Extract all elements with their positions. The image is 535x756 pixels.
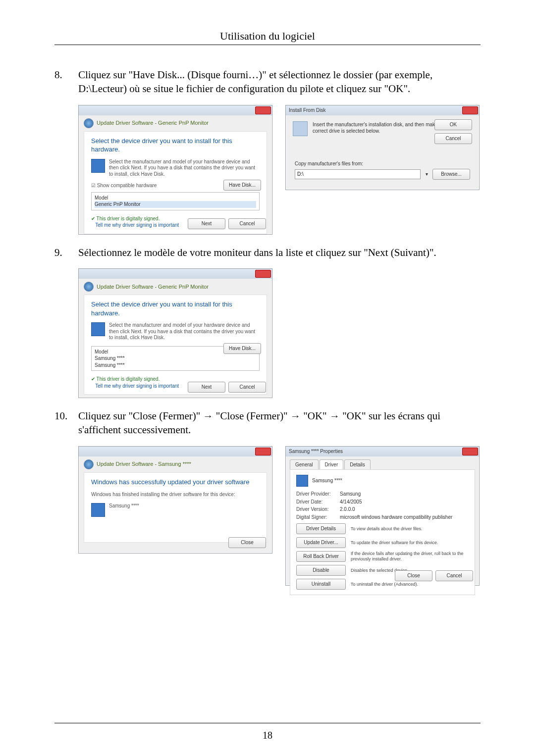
info-value: 2.0.0.0: [340, 506, 355, 513]
floppy-icon: [293, 121, 308, 136]
update-driver-dialog-2: Update Driver Software - Generic PnP Mon…: [78, 268, 272, 398]
header-rule: [54, 45, 481, 45]
tab-strip: General Driver Details: [286, 456, 479, 470]
action-button[interactable]: Disable: [296, 565, 346, 576]
dialog-title: Select the device driver you want to ins…: [91, 137, 260, 154]
action-button[interactable]: Update Driver...: [296, 537, 346, 548]
browse-button[interactable]: Browse...: [432, 169, 470, 180]
action-row: Roll Back DriverIf the device fails afte…: [296, 551, 469, 562]
step-9: 9. Sélectionnez le modèle de votre monit…: [54, 246, 481, 398]
step-8: 8. Cliquez sur "Have Disk... (Disque fou…: [54, 68, 481, 235]
dialog-title: Select the device driver you want to ins…: [91, 300, 260, 317]
action-button[interactable]: Roll Back Driver: [296, 551, 346, 562]
tab-details[interactable]: Details: [344, 459, 371, 470]
close-button[interactable]: Close: [228, 537, 266, 548]
info-row: Digital Signer:microsoft windows hardwar…: [296, 514, 469, 521]
action-desc: To uninstall the driver (Advanced).: [351, 582, 469, 587]
breadcrumb: Update Driver Software - Samsung ****: [79, 456, 272, 472]
crumb-text: Update Driver Software - Samsung ****: [97, 460, 191, 468]
model-item[interactable]: Generic PnP Monitor: [95, 201, 256, 208]
device-icon: [91, 503, 105, 517]
info-value: microsoft windows hardware compatibility…: [340, 514, 452, 521]
titlebar: Install From Disk: [286, 105, 479, 115]
tab-general[interactable]: General: [290, 459, 319, 470]
action-button[interactable]: Driver Details: [296, 523, 346, 534]
crumb-text: Update Driver Software - Generic PnP Mon…: [97, 283, 209, 291]
step-text: Cliquez sur "Have Disk... (Disque fourni…: [78, 68, 481, 96]
info-value: 4/14/2005: [340, 499, 362, 505]
titlebar: Samsung **** Properties: [286, 447, 479, 456]
step-number: 10.: [54, 409, 78, 586]
cancel-button[interactable]: Cancel: [435, 570, 473, 581]
page-number: 18: [0, 730, 535, 741]
cancel-button[interactable]: Cancel: [228, 382, 266, 393]
model-item[interactable]: Samsung ****: [95, 355, 256, 362]
info-key: Driver Provider:: [296, 491, 340, 498]
driver-updated-dialog: Update Driver Software - Samsung **** Wi…: [78, 446, 272, 554]
action-button[interactable]: Uninstall: [296, 579, 346, 590]
dialog-title: Windows has successfully updated your dr…: [91, 478, 260, 487]
device-properties-dialog: Samsung **** Properties General Driver D…: [285, 446, 480, 586]
back-icon[interactable]: [84, 118, 94, 128]
tab-driver[interactable]: Driver: [320, 459, 344, 470]
cancel-button[interactable]: Cancel: [434, 133, 472, 144]
info-value: Samsung: [340, 491, 361, 498]
signing-link[interactable]: Tell me why driver signing is important: [95, 222, 179, 228]
dialog-sub: Windows has finished installing the driv…: [91, 491, 260, 498]
page-header: Utilisation du logiciel: [54, 30, 481, 43]
close-icon[interactable]: [255, 106, 271, 114]
titlebar: [79, 447, 272, 456]
info-key: Driver Version:: [296, 506, 340, 513]
back-icon[interactable]: [84, 282, 94, 292]
info-row: Driver Version:2.0.0.0: [296, 506, 469, 513]
model-item[interactable]: Samsung ****: [95, 362, 256, 369]
update-driver-dialog-1: Update Driver Software - Generic PnP Mon…: [78, 105, 272, 235]
model-label: Model: [95, 195, 256, 202]
document-page: Utilisation du logiciel 8. Cliquez sur "…: [0, 0, 535, 756]
have-disk-button[interactable]: Have Disk...: [223, 180, 261, 191]
signing-link[interactable]: Tell me why driver signing is important: [95, 383, 179, 389]
step-number: 9.: [54, 246, 78, 398]
close-icon[interactable]: [255, 270, 271, 278]
dialog-hint: Select the manufacturer and model of you…: [91, 322, 260, 341]
action-desc: To view details about the driver files.: [351, 526, 469, 532]
ok-button[interactable]: OK: [434, 119, 472, 130]
have-disk-button[interactable]: Have Disk...: [223, 343, 261, 354]
info-row: Driver Provider:Samsung: [296, 491, 469, 498]
action-desc: If the device fails after updating the d…: [351, 551, 469, 562]
info-key: Digital Signer:: [296, 514, 340, 521]
step-9-figures: Update Driver Software - Generic PnP Mon…: [78, 268, 481, 398]
device-header: Samsung ****: [296, 475, 469, 487]
model-listbox[interactable]: Model Generic PnP Monitor: [91, 192, 260, 210]
dialog-caption: Install From Disk: [289, 107, 325, 114]
close-icon[interactable]: [462, 106, 478, 114]
device-icon: [296, 475, 308, 487]
titlebar: [79, 269, 272, 279]
next-button[interactable]: Next: [188, 382, 225, 393]
next-button[interactable]: Next: [188, 218, 225, 229]
cancel-button[interactable]: Cancel: [228, 218, 266, 229]
device-icon: [91, 159, 105, 173]
path-input[interactable]: [295, 169, 421, 179]
copy-from-label: Copy manufacturer's files from:: [295, 160, 470, 167]
close-icon[interactable]: [255, 448, 271, 455]
back-icon[interactable]: [84, 459, 94, 469]
crumb-text: Update Driver Software - Generic PnP Mon…: [97, 119, 209, 127]
step-text: Cliquez sur "Close (Fermer)" → "Close (F…: [78, 409, 481, 437]
action-row: Driver DetailsTo view details about the …: [296, 523, 469, 534]
device-row: Samsung ****: [91, 503, 260, 517]
info-row: Driver Date:4/14/2005: [296, 499, 469, 505]
step-10-figures: Update Driver Software - Samsung **** Wi…: [78, 446, 481, 586]
info-key: Driver Date:: [296, 499, 340, 505]
install-from-disk-dialog: Install From Disk Insert the manufacture…: [285, 105, 480, 190]
action-desc: To update the driver software for this d…: [351, 540, 469, 546]
step-10: 10. Cliquez sur "Close (Fermer)" → "Clos…: [54, 409, 481, 586]
titlebar: [79, 105, 272, 115]
close-button[interactable]: Close: [395, 570, 432, 581]
step-list: 8. Cliquez sur "Have Disk... (Disque fou…: [54, 68, 481, 586]
step-text: Sélectionnez le modèle de votre moniteur…: [78, 246, 481, 259]
device-icon: [91, 322, 105, 336]
dialog-hint: Select the manufacturer and model of you…: [91, 159, 260, 178]
step-8-figures: Update Driver Software - Generic PnP Mon…: [78, 105, 481, 235]
close-icon[interactable]: [462, 448, 478, 455]
